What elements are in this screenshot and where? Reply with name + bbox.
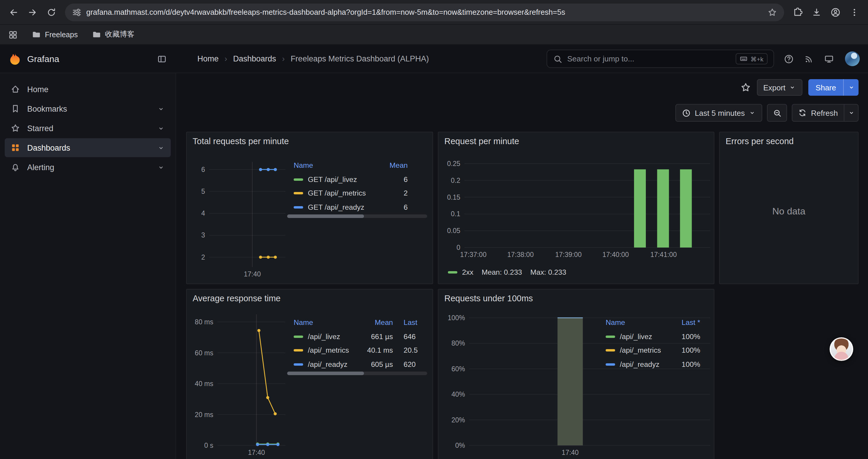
panel-total-requests[interactable]: Total requests per minute 6543217:40 Nam…: [186, 132, 433, 284]
refresh-button[interactable]: Refresh: [792, 104, 859, 122]
mega-menu-toggle-icon[interactable]: [157, 54, 167, 64]
legend-row[interactable]: /api/_livez100%: [606, 330, 700, 343]
share-button[interactable]: Share: [809, 79, 859, 96]
browser-toolbar: grafana.mathmast.com/d/deytv4rwavabkb/fr…: [0, 0, 868, 25]
search-input[interactable]: [567, 54, 731, 63]
extensions-icon[interactable]: [789, 3, 807, 21]
legend-column-header[interactable]: Name: [294, 319, 363, 327]
legend-row[interactable]: /api/_readyz100%: [606, 357, 700, 371]
grafana-body: HomeBookmarksStarredDashboardsAlerting E…: [0, 73, 868, 459]
downloads-icon[interactable]: [808, 3, 826, 21]
forward-icon[interactable]: [24, 3, 41, 21]
keyboard-icon: [740, 55, 747, 63]
kiosk-monitor-icon[interactable]: [820, 50, 838, 68]
zoom-out-button[interactable]: [767, 104, 787, 122]
search-box[interactable]: ⌘+k: [547, 50, 774, 68]
panel-requests-under-100ms[interactable]: Requests under 100ms 100%80%60%40%20%0%1…: [438, 289, 714, 459]
legend-header-row: NameLast *: [606, 316, 700, 330]
user-avatar[interactable]: [845, 52, 860, 66]
address-bar[interactable]: grafana.mathmast.com/d/deytv4rwavabkb/fr…: [65, 3, 784, 21]
legend-row[interactable]: /api/_readyz605 µs620 µs: [294, 357, 418, 371]
zoom-out-icon: [773, 108, 782, 117]
back-icon[interactable]: [5, 3, 23, 21]
chevron-down-icon[interactable]: [157, 124, 165, 132]
sidebar-item-dashboards[interactable]: Dashboards: [5, 138, 171, 157]
series-stat: Mean: 0.233: [482, 268, 522, 276]
legend-row[interactable]: /api/_metrics100%: [606, 343, 700, 357]
news-rss-icon[interactable]: [800, 50, 818, 68]
bookmark-item[interactable]: 收藏博客: [92, 30, 134, 40]
series-swatch: [448, 271, 457, 273]
chevron-down-icon[interactable]: [157, 144, 165, 152]
browser-profile-icon[interactable]: [827, 3, 844, 21]
legend-row[interactable]: GET /api/_livez6: [294, 172, 408, 186]
series-swatch: [294, 178, 303, 181]
legend-header-row: NameMeanLast *: [294, 316, 418, 330]
sidebar-menu: HomeBookmarksStarredDashboardsAlerting: [0, 80, 176, 177]
legend-column-header[interactable]: Last *: [404, 319, 418, 327]
legend-cell: 620 µs: [404, 360, 418, 369]
legend-row[interactable]: /api/_metrics40.1 ms20.5 ms: [294, 343, 418, 357]
bookmark-item[interactable]: Freeleaps: [32, 30, 78, 40]
panel-title[interactable]: Errors per second: [725, 136, 794, 146]
chevron-down-icon[interactable]: [157, 105, 165, 112]
sidebar-item-starred[interactable]: Starred: [5, 119, 171, 138]
svg-text:20%: 20%: [452, 416, 465, 424]
grafana-logo[interactable]: [8, 52, 21, 65]
breadcrumb-item[interactable]: Home: [197, 54, 219, 63]
series-name[interactable]: 2xx: [462, 268, 473, 276]
legend-column-header[interactable]: Name: [606, 319, 671, 327]
series-swatch: [294, 206, 303, 208]
sidebar-item-home[interactable]: Home: [5, 80, 171, 99]
reload-icon[interactable]: [42, 3, 60, 21]
share-menu-toggle[interactable]: [843, 79, 859, 96]
legend-row[interactable]: /api/_livez661 µs646 µs: [294, 330, 418, 343]
legend-column-header[interactable]: Name: [294, 161, 373, 169]
svg-text:100%: 100%: [447, 314, 465, 322]
svg-text:17:40:00: 17:40:00: [602, 251, 629, 258]
apps-grid-icon[interactable]: [8, 30, 18, 39]
sidebar-item-bookmarks[interactable]: Bookmarks: [5, 99, 171, 118]
legend-cell: 100%: [671, 333, 700, 341]
breadcrumb-item: Freeleaps Metrics Dashboard (ALPHA): [291, 54, 429, 63]
chevron-down-icon[interactable]: [157, 163, 165, 171]
legend-scrollbar[interactable]: [287, 215, 427, 218]
legend-scrollbar[interactable]: [287, 371, 427, 375]
export-button[interactable]: Export: [756, 79, 802, 96]
bookmark-star-icon[interactable]: [768, 7, 777, 17]
svg-text:0.15: 0.15: [447, 193, 460, 201]
series-swatch: [606, 335, 615, 338]
panel-errors-per-second[interactable]: Errors per second No data: [719, 132, 859, 284]
site-settings-icon[interactable]: [72, 7, 82, 17]
time-range-picker[interactable]: Last 5 minutes: [675, 104, 763, 122]
time-range-label: Last 5 minutes: [695, 108, 745, 117]
legend-column-header[interactable]: Last *: [671, 319, 700, 327]
legend-row[interactable]: GET /api/_readyz6: [294, 200, 408, 214]
legend-cell: /api/_readyz: [294, 360, 363, 369]
legend-cell: GET /api/_metrics: [294, 189, 373, 198]
svg-text:17:41:00: 17:41:00: [650, 251, 677, 258]
legend-inline[interactable]: 2xxMean: 0.233Max: 0.233: [448, 268, 566, 276]
panel-average-response-time[interactable]: Average response time 80 ms60 ms40 ms20 …: [186, 289, 433, 459]
shortcut-text: ⌘+k: [750, 55, 764, 62]
svg-text:20 ms: 20 ms: [195, 411, 213, 419]
favorite-star-icon[interactable]: [740, 82, 751, 93]
legend-cell: /api/_livez: [294, 333, 363, 341]
legend-column-header[interactable]: Mean: [363, 319, 393, 327]
floating-assistant-avatar[interactable]: [830, 337, 853, 361]
breadcrumb: Home›Dashboards›Freeleaps Metrics Dashbo…: [197, 54, 429, 63]
legend-cell: GET /api/_livez: [294, 175, 373, 184]
legend-row[interactable]: GET /api/_metrics2: [294, 186, 408, 200]
breadcrumb-item[interactable]: Dashboards: [233, 54, 276, 63]
help-icon[interactable]: [780, 50, 798, 68]
scrollbar-thumb[interactable]: [287, 371, 364, 375]
legend-cell: 6: [373, 203, 408, 211]
browser-menu-icon[interactable]: [845, 3, 863, 21]
legend-column-header[interactable]: Mean: [373, 161, 408, 169]
url-text[interactable]: grafana.mathmast.com/d/deytv4rwavabkb/fr…: [86, 8, 763, 17]
svg-text:0.2: 0.2: [451, 177, 460, 184]
panel-request-per-minute[interactable]: Request per minute 0.250.20.150.10.05017…: [438, 132, 714, 284]
refresh-interval-toggle[interactable]: [844, 104, 858, 121]
sidebar-item-alerting[interactable]: Alerting: [5, 158, 171, 177]
scrollbar-thumb[interactable]: [287, 215, 364, 218]
